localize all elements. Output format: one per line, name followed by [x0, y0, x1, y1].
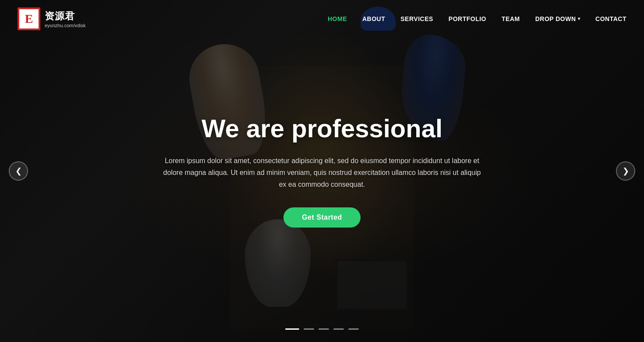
slider-dot-2[interactable]	[304, 328, 314, 330]
nav-item-portfolio[interactable]: PORTFOLIO	[449, 15, 486, 23]
nav-link-portfolio[interactable]: PORTFOLIO	[449, 15, 486, 22]
slider-dot-3[interactable]	[318, 328, 329, 330]
nav-link-dropdown[interactable]: DROP DOWN ▾	[535, 15, 580, 22]
nav-links: HOME ABOUT SERVICES PORTFOLIO TEAM DROP …	[328, 15, 626, 23]
slider-dot-1[interactable]	[285, 328, 299, 330]
logo-sub-text: eyunzhu.com/vdisk	[45, 23, 86, 28]
hero-title: We are professional	[160, 114, 484, 142]
navbar: E 资源君 eyunzhu.com/vdisk HOME ABOUT SERVI…	[0, 0, 644, 37]
chevron-down-icon: ▾	[578, 16, 580, 21]
slider-next-arrow[interactable]: ❯	[616, 161, 635, 181]
nav-link-team[interactable]: TEAM	[502, 15, 520, 22]
nav-item-dropdown[interactable]: DROP DOWN ▾	[535, 15, 580, 22]
hero-section: E 资源君 eyunzhu.com/vdisk HOME ABOUT SERVI…	[0, 0, 644, 342]
hero-description: Lorem ipsum dolor sit amet, consectetur …	[160, 155, 484, 191]
logo-badge: E	[18, 7, 40, 30]
nav-item-contact[interactable]: CONTACT	[595, 15, 626, 23]
get-started-button[interactable]: Get Started	[283, 207, 361, 228]
nav-link-contact[interactable]: CONTACT	[595, 15, 626, 22]
logo-main-text: 资源君	[45, 10, 86, 23]
nav-link-about[interactable]: ABOUT	[362, 15, 385, 22]
hero-content: We are professional Lorem ipsum dolor si…	[151, 114, 493, 227]
nav-item-services[interactable]: SERVICES	[400, 15, 433, 23]
nav-link-home[interactable]: HOME	[328, 15, 347, 22]
slider-prev-arrow[interactable]: ❮	[9, 161, 28, 181]
nav-item-team[interactable]: TEAM	[502, 15, 520, 23]
slider-dot-5[interactable]	[348, 328, 359, 330]
nav-item-home[interactable]: HOME	[328, 15, 347, 23]
slider-dot-4[interactable]	[333, 328, 344, 330]
nav-item-about[interactable]: ABOUT	[362, 15, 385, 23]
logo-letter: E	[19, 9, 39, 28]
logo-text-group: 资源君 eyunzhu.com/vdisk	[45, 10, 86, 28]
nav-link-services[interactable]: SERVICES	[400, 15, 433, 22]
logo-area: E 资源君 eyunzhu.com/vdisk	[18, 7, 86, 30]
slider-dots	[285, 328, 359, 330]
